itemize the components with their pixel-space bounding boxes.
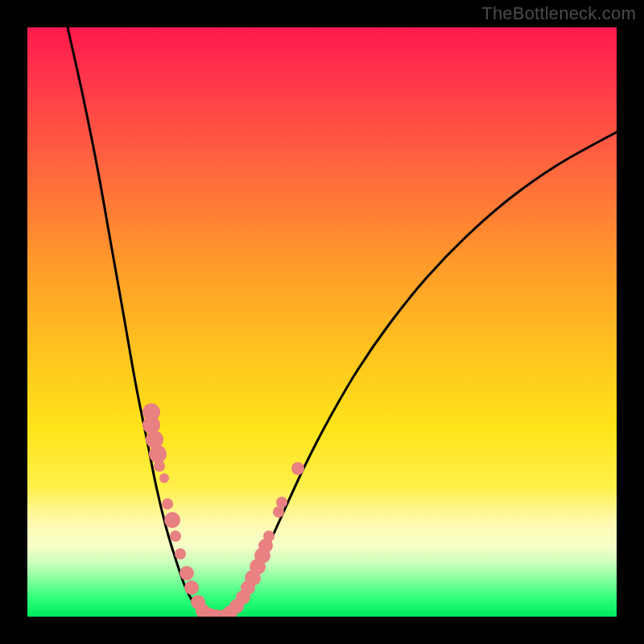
data-marker (149, 445, 167, 463)
data-marker (159, 473, 169, 483)
curve-layer (68, 27, 617, 617)
data-marker (184, 580, 199, 595)
data-marker (170, 530, 181, 542)
bottleneck-curve-chart (27, 27, 617, 617)
data-marker (180, 566, 194, 580)
data-marker (263, 530, 275, 542)
data-marker (273, 506, 284, 518)
curve-left-curve (68, 27, 208, 617)
data-marker (291, 462, 304, 475)
data-marker (154, 460, 165, 472)
data-marker (164, 512, 180, 528)
data-marker (175, 548, 186, 559)
data-marker (276, 497, 287, 508)
data-marker (162, 498, 173, 510)
marker-layer (142, 403, 304, 617)
curve-right-curve (227, 132, 617, 617)
watermark-text: TheBottleneck.com (481, 3, 636, 24)
